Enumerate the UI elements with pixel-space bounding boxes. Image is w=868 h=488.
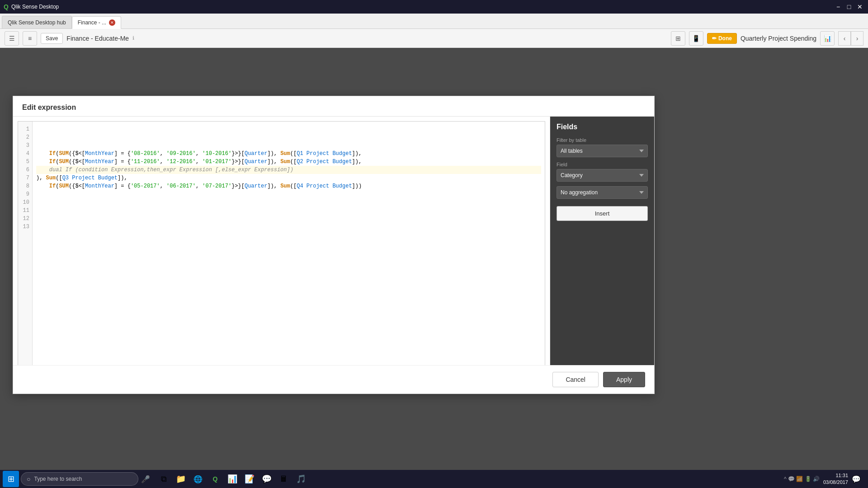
chart-icon: 📊 (824, 35, 831, 42)
chart-type-button[interactable]: 📊 (820, 31, 835, 46)
taskview-button[interactable]: ⧉ (156, 471, 172, 487)
fields-panel: Fields Filter by table All tables Field … (550, 117, 654, 394)
aggregation-select[interactable]: No aggregation (557, 186, 648, 199)
calc-button[interactable]: 🖩 (276, 471, 292, 487)
fields-panel-title: Fields (557, 123, 648, 131)
app-title: Finance - Educate-Me (66, 35, 129, 42)
tab-bar: Qlik Sense Desktop hub Finance - ... ✕ (0, 14, 868, 29)
app-title-icon: ℹ (132, 35, 134, 41)
windows-icon: ⊞ (8, 474, 14, 484)
mobile-icon: 📱 (692, 35, 700, 42)
clock: 11:31 03/08/2017 (823, 472, 848, 486)
taskview-icon: ⧉ (161, 474, 167, 484)
date: 03/08/2017 (823, 479, 848, 486)
chrome-icon: 🌐 (193, 475, 203, 483)
screens-button[interactable]: ⊞ (671, 31, 685, 46)
close-button[interactable]: ✕ (855, 2, 864, 11)
tab-hub-label: Qlik Sense Desktop hub (8, 19, 66, 26)
save-button[interactable]: Save (41, 33, 63, 44)
chrome-button[interactable]: 🌐 (190, 471, 206, 487)
taskbar: ⊞ ○ Type here to search 🎤 ⧉ 📁 🌐 Q 📊 📝 💬 … (0, 470, 868, 488)
insert-button[interactable]: Insert (557, 206, 648, 221)
search-bar[interactable]: ○ Type here to search (21, 472, 138, 486)
search-circle-icon: ○ (27, 475, 30, 483)
code-editor[interactable]: 1 2 3 4 5 6 7 8 9 10 11 12 13 I (18, 121, 545, 374)
time: 11:31 (823, 472, 848, 479)
title-bar-left: Q Qlik Sense Desktop (4, 3, 59, 10)
title-bar: Q Qlik Sense Desktop − □ ✕ (0, 0, 868, 14)
title-bar-controls[interactable]: − □ ✕ (834, 2, 864, 11)
word-button[interactable]: 📝 (241, 471, 258, 487)
dialog-footer: Cancel Apply (13, 365, 654, 394)
toolbar: ☰ ≡ Save Finance - Educate-Me ℹ ⊞ 📱 ✏ Do… (0, 29, 868, 48)
excel-icon: 📊 (227, 474, 237, 484)
qlik-icon: Q (213, 475, 218, 483)
spotify-icon: 🎵 (296, 474, 306, 484)
list-icon: ≡ (28, 35, 32, 42)
folder-icon: 📁 (176, 474, 186, 484)
window-title: Qlik Sense Desktop (11, 4, 59, 10)
dialog-body: 1 2 3 4 5 6 7 8 9 10 11 12 13 I (13, 117, 654, 394)
calc-icon: 🖩 (280, 474, 288, 484)
taskbar-sys: ^ 💬 📶 🔋 🔊 11:31 03/08/2017 💬 (779, 472, 865, 486)
tab-finance-label: Finance - ... (78, 19, 106, 26)
sys-tray-icons: ^ 💬 📶 🔋 🔊 (784, 476, 820, 482)
word-icon: 📝 (245, 474, 255, 484)
explorer-button[interactable]: 📁 (173, 471, 189, 487)
field-label: Field (557, 162, 648, 167)
apply-button[interactable]: Apply (603, 372, 645, 387)
excel-button[interactable]: 📊 (224, 471, 241, 487)
spotify-button[interactable]: 🎵 (293, 471, 309, 487)
done-label: Done (718, 35, 732, 42)
filter-table-label: Filter by table (557, 137, 648, 143)
toolbar-menu-button[interactable]: ☰ (5, 31, 19, 46)
screens-icon: ⊞ (675, 35, 681, 42)
maximize-button[interactable]: □ (844, 2, 854, 11)
tab-close-icon[interactable]: ✕ (109, 19, 115, 26)
skype-icon: 💬 (262, 474, 272, 484)
menu-icon: ☰ (9, 35, 15, 42)
app-logo-icon: Q (4, 3, 9, 10)
dialog-title: Edit expression (22, 103, 76, 111)
notification-icon[interactable]: 💬 (852, 475, 861, 483)
line-numbers: 1 2 3 4 5 6 7 8 9 10 11 12 13 (18, 122, 33, 374)
tab-hub[interactable]: Qlik Sense Desktop hub (2, 16, 72, 28)
mobile-button[interactable]: 📱 (689, 31, 703, 46)
chart-title: Quarterly Project Spending (741, 35, 816, 42)
nav-next-button[interactable]: › (851, 31, 863, 46)
search-placeholder: Type here to search (34, 476, 82, 482)
taskbar-apps: ⧉ 📁 🌐 Q 📊 📝 💬 🖩 🎵 (152, 471, 778, 487)
dialog-header: Edit expression (13, 96, 654, 117)
pencil-icon: ✏ (712, 35, 717, 42)
start-button[interactable]: ⊞ (3, 471, 19, 487)
tab-finance[interactable]: Finance - ... ✕ (72, 16, 121, 29)
editor-area: 1 2 3 4 5 6 7 8 9 10 11 12 13 I (13, 117, 550, 394)
nav-prev-button[interactable]: ‹ (838, 31, 851, 46)
mic-icon[interactable]: 🎤 (141, 475, 150, 483)
minimize-button[interactable]: − (834, 2, 843, 11)
field-select[interactable]: Category (557, 169, 648, 182)
qlik-button[interactable]: Q (207, 471, 223, 487)
skype-button[interactable]: 💬 (259, 471, 275, 487)
code-content[interactable]: If(SUM({$<[MonthYear] = {'08-2016', '09-… (33, 122, 545, 374)
main-area: Edit expression 1 2 3 4 5 6 7 8 9 1 (0, 48, 868, 470)
done-button[interactable]: ✏ Done (707, 33, 737, 44)
save-label: Save (46, 35, 58, 42)
edit-expression-dialog: Edit expression 1 2 3 4 5 6 7 8 9 1 (13, 96, 655, 394)
filter-table-select[interactable]: All tables (557, 145, 648, 157)
cancel-button[interactable]: Cancel (552, 372, 599, 387)
toolbar-list-button[interactable]: ≡ (23, 31, 37, 46)
nav-arrows: ‹ › (838, 31, 863, 46)
